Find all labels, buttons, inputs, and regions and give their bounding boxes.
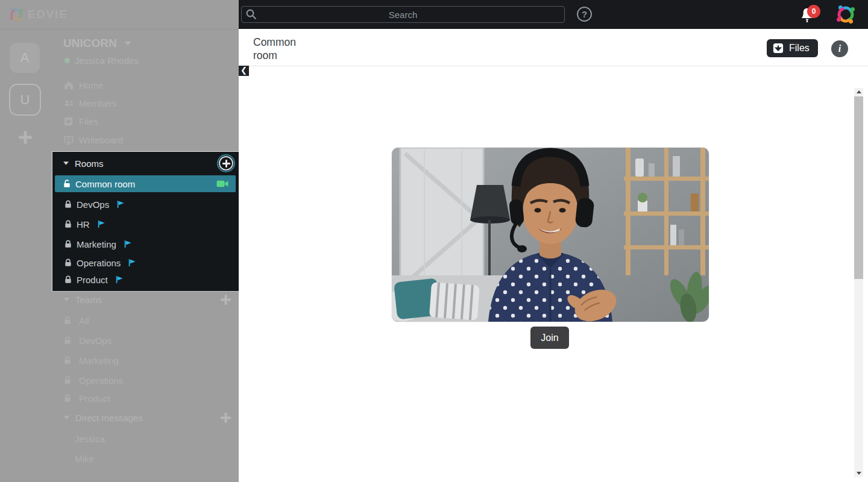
info-button[interactable]: i <box>831 40 848 57</box>
team-label: Operations <box>79 375 123 386</box>
room-label: Common room <box>75 179 135 189</box>
team-label: DevOps <box>79 336 112 346</box>
brand-mark-icon <box>8 7 24 22</box>
chevron-down-icon <box>64 416 69 419</box>
direct-messages-section-header[interactable]: Direct messages <box>64 410 143 425</box>
lock-icon <box>64 355 74 365</box>
sidebar-item-writeboard[interactable]: Writeboard <box>64 132 123 148</box>
lock-icon <box>64 275 72 284</box>
dm-label: Mike <box>75 454 94 464</box>
chevron-down-icon <box>124 41 131 46</box>
file-box-icon <box>773 43 784 54</box>
writeboard-icon <box>64 135 74 145</box>
workspace-switcher-a[interactable]: A <box>10 43 40 73</box>
room-header: Common room Files i <box>239 29 868 66</box>
brand-logo: EDVIE <box>8 7 68 22</box>
question-icon: ? <box>582 9 587 19</box>
room-label: Product <box>77 275 108 285</box>
room-item-product[interactable]: Product <box>64 272 124 287</box>
room-label: Marketing <box>77 239 116 249</box>
files-button-label: Files <box>789 43 810 54</box>
video-camera-icon <box>216 180 228 187</box>
add-workspace-button[interactable] <box>19 131 32 144</box>
online-status-dot <box>64 58 70 63</box>
file-box-icon <box>64 116 74 126</box>
dm-item-mike[interactable]: Mike <box>75 451 94 466</box>
main-content: Common room Files i ❮ <box>239 29 868 482</box>
info-icon: i <box>838 43 841 54</box>
workspace-name-label: UNICORN <box>63 37 117 50</box>
room-item-operations[interactable]: Operations <box>64 255 136 271</box>
sidebar-item-files[interactable]: Files <box>64 113 98 129</box>
lock-icon <box>64 375 74 385</box>
room-label: Operations <box>77 258 121 268</box>
team-item-devops[interactable]: DevOps <box>64 333 112 348</box>
home-icon <box>64 80 74 90</box>
team-item-product[interactable]: Product <box>64 390 110 406</box>
workspace-name[interactable]: UNICORN <box>63 37 131 50</box>
lock-icon <box>64 316 74 325</box>
sidebar-item-members[interactable]: Members <box>64 95 117 111</box>
notification-badge: 0 <box>807 5 820 18</box>
page-title: Common room <box>253 36 313 62</box>
divider <box>0 29 239 30</box>
scroll-down-button[interactable] <box>854 469 863 477</box>
plus-icon <box>219 156 233 171</box>
brand-mark-icon[interactable] <box>835 4 857 25</box>
lock-icon <box>64 336 74 345</box>
dm-label: Jessica <box>75 434 105 444</box>
team-item-all[interactable]: All <box>64 313 89 328</box>
lock-icon <box>64 220 72 228</box>
join-button[interactable]: Join <box>530 327 569 349</box>
vertical-scrollbar[interactable] <box>854 88 863 477</box>
video-preview <box>392 148 709 322</box>
team-item-marketing[interactable]: Marketing <box>64 352 119 368</box>
lock-icon <box>64 393 74 403</box>
room-item-marketing[interactable]: Marketing <box>64 236 132 252</box>
triangle-down-icon <box>857 472 861 475</box>
lock-icon <box>64 200 72 208</box>
video-preview-image <box>392 148 709 322</box>
lock-icon <box>64 258 72 267</box>
nav-label: Writeboard <box>79 135 123 145</box>
scroll-up-button[interactable] <box>854 88 863 96</box>
room-item-common-room[interactable]: Common room <box>55 175 236 192</box>
section-label: Direct messages <box>75 413 143 423</box>
files-button[interactable]: Files <box>767 39 818 57</box>
teams-section-header[interactable]: Teams <box>64 292 102 307</box>
sidebar-item-home[interactable]: Home <box>64 77 103 93</box>
add-team-button[interactable] <box>221 295 231 305</box>
search-input[interactable] <box>241 6 565 23</box>
help-button[interactable]: ? <box>577 7 592 22</box>
lock-icon <box>64 240 72 248</box>
flag-icon <box>115 275 124 284</box>
rooms-section-header[interactable]: Rooms <box>63 155 104 171</box>
room-item-devops[interactable]: DevOps <box>64 196 125 212</box>
nav-label: Home <box>79 80 103 90</box>
lock-open-icon <box>63 180 71 188</box>
rooms-section-spotlight: Rooms Common room DevOps HR Marketing Op… <box>52 151 239 292</box>
current-user: Jessica Rhodes <box>64 55 139 66</box>
dm-item-jessica[interactable]: Jessica <box>75 431 105 446</box>
team-label: Product <box>79 393 110 404</box>
add-dm-button[interactable] <box>221 413 231 423</box>
room-item-hr[interactable]: HR <box>64 216 105 232</box>
triangle-up-icon <box>857 90 861 93</box>
members-icon <box>64 98 74 108</box>
nav-label: Files <box>79 116 98 127</box>
scrollbar-thumb[interactable] <box>854 96 863 279</box>
section-label: Teams <box>75 295 102 305</box>
brand-text: EDVIE <box>28 8 68 21</box>
team-label: All <box>79 316 89 326</box>
chevron-down-icon <box>63 161 69 165</box>
flag-icon <box>116 200 125 208</box>
workspace-switcher-u[interactable]: U <box>9 84 41 116</box>
sidebar-collapse-button[interactable]: ❮ <box>239 66 249 76</box>
room-label: HR <box>77 219 90 230</box>
user-name: Jessica Rhodes <box>75 55 139 66</box>
chevron-down-icon <box>64 298 69 301</box>
section-label: Rooms <box>75 158 104 169</box>
add-room-button[interactable] <box>217 154 235 172</box>
team-item-operations[interactable]: Operations <box>64 372 123 388</box>
flag-icon <box>97 220 105 228</box>
